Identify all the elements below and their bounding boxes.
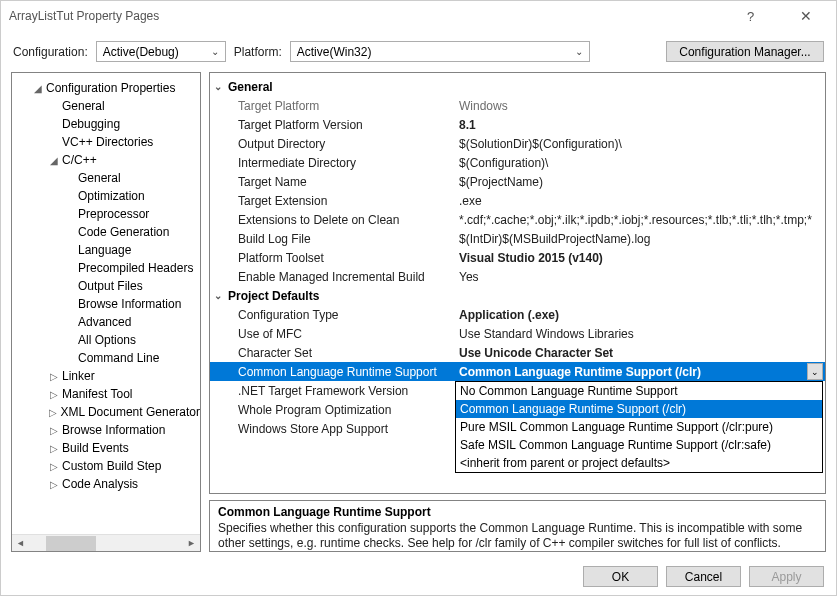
property-value[interactable]: Windows <box>455 99 825 113</box>
tree-item[interactable]: ▷Manifest Tool <box>12 385 200 403</box>
tree-item[interactable]: General <box>12 97 200 115</box>
property-value[interactable]: Yes <box>455 270 825 284</box>
tree-item-label: Browse Information <box>60 423 165 437</box>
scroll-left-icon[interactable]: ◄ <box>12 538 29 548</box>
tree-item-label: General <box>76 171 121 185</box>
scroll-thumb[interactable] <box>46 536 96 551</box>
tree-item[interactable]: Output Files <box>12 277 200 295</box>
tree-item[interactable]: Optimization <box>12 187 200 205</box>
collapse-icon[interactable]: ⌄ <box>214 290 228 301</box>
tree-item[interactable]: Code Generation <box>12 223 200 241</box>
tree-item[interactable]: All Options <box>12 331 200 349</box>
dropdown-button[interactable]: ⌄ <box>807 363 823 380</box>
tree-item[interactable]: Preprocessor <box>12 205 200 223</box>
property-row[interactable]: Target Platform Version8.1 <box>210 115 825 134</box>
property-name: Windows Store App Support <box>210 422 455 436</box>
property-value[interactable]: Application (.exe) <box>455 308 825 322</box>
property-value[interactable]: Common Language Runtime Support (/clr) <box>455 365 807 379</box>
titlebar: ArrayListTut Property Pages ? ✕ <box>1 1 836 31</box>
expand-icon[interactable]: ▷ <box>48 371 60 382</box>
property-row[interactable]: Common Language Runtime SupportCommon La… <box>210 362 825 381</box>
dropdown-option[interactable]: No Common Language Runtime Support <box>456 382 822 400</box>
property-value[interactable]: $(ProjectName) <box>455 175 825 189</box>
tree-item-label: Build Events <box>60 441 129 455</box>
tree-item[interactable]: ▷Build Events <box>12 439 200 457</box>
property-row[interactable]: Use of MFCUse Standard Windows Libraries <box>210 324 825 343</box>
collapse-icon[interactable]: ◢ <box>32 83 44 94</box>
property-row[interactable]: Platform ToolsetVisual Studio 2015 (v140… <box>210 248 825 267</box>
platform-combo[interactable]: Active(Win32) ⌄ <box>290 41 590 62</box>
apply-button[interactable]: Apply <box>749 566 824 587</box>
tree-item[interactable]: Advanced <box>12 313 200 331</box>
expand-icon[interactable]: ▷ <box>48 407 58 418</box>
property-value[interactable]: *.cdf;*.cache;*.obj;*.ilk;*.ipdb;*.iobj;… <box>455 213 825 227</box>
window-title: ArrayListTut Property Pages <box>9 9 728 23</box>
tree-item[interactable]: ◢Configuration Properties <box>12 79 200 97</box>
expand-icon[interactable]: ▷ <box>48 479 60 490</box>
tree-item[interactable]: Browse Information <box>12 295 200 313</box>
expand-icon[interactable]: ▷ <box>48 389 60 400</box>
ok-button[interactable]: OK <box>583 566 658 587</box>
tree-item[interactable]: Debugging <box>12 115 200 133</box>
chevron-down-icon: ⌄ <box>211 46 219 57</box>
expand-icon[interactable]: ▷ <box>48 425 60 436</box>
dropdown-option[interactable]: <inherit from parent or project defaults… <box>456 454 822 472</box>
tree-item[interactable]: ▷Linker <box>12 367 200 385</box>
dropdown-option[interactable]: Safe MSIL Common Language Runtime Suppor… <box>456 436 822 454</box>
tree-item[interactable]: ▷Custom Build Step <box>12 457 200 475</box>
dropdown-option[interactable]: Common Language Runtime Support (/clr) <box>456 400 822 418</box>
configuration-manager-button[interactable]: Configuration Manager... <box>666 41 824 62</box>
tree-item-label: General <box>60 99 105 113</box>
property-value[interactable]: 8.1 <box>455 118 825 132</box>
tree-item[interactable]: Language <box>12 241 200 259</box>
property-value[interactable]: Use Standard Windows Libraries <box>455 327 825 341</box>
property-row[interactable]: Intermediate Directory$(Configuration)\ <box>210 153 825 172</box>
collapse-icon[interactable]: ⌄ <box>214 81 228 92</box>
configuration-value: Active(Debug) <box>103 45 179 59</box>
property-value[interactable]: Visual Studio 2015 (v140) <box>455 251 825 265</box>
expand-icon[interactable]: ▷ <box>48 443 60 454</box>
close-button[interactable]: ✕ <box>783 2 828 30</box>
property-row[interactable]: Output Directory$(SolutionDir)$(Configur… <box>210 134 825 153</box>
property-row[interactable]: Extensions to Delete on Clean*.cdf;*.cac… <box>210 210 825 229</box>
tree-item[interactable]: ▷Code Analysis <box>12 475 200 493</box>
property-pages-window: ArrayListTut Property Pages ? ✕ Configur… <box>0 0 837 596</box>
category-header[interactable]: ⌄General <box>210 77 825 96</box>
tree-item[interactable]: Precompiled Headers <box>12 259 200 277</box>
cancel-button[interactable]: Cancel <box>666 566 741 587</box>
property-value[interactable]: $(IntDir)$(MSBuildProjectName).log <box>455 232 825 246</box>
configuration-combo[interactable]: Active(Debug) ⌄ <box>96 41 226 62</box>
property-row[interactable]: Character SetUse Unicode Character Set <box>210 343 825 362</box>
property-value[interactable]: .exe <box>455 194 825 208</box>
property-value[interactable]: $(SolutionDir)$(Configuration)\ <box>455 137 825 151</box>
configuration-label: Configuration: <box>13 45 88 59</box>
tree-item[interactable]: VC++ Directories <box>12 133 200 151</box>
tree-item[interactable]: General <box>12 169 200 187</box>
category-header[interactable]: ⌄Project Defaults <box>210 286 825 305</box>
collapse-icon[interactable]: ◢ <box>48 155 60 166</box>
clr-dropdown[interactable]: No Common Language Runtime SupportCommon… <box>455 381 823 473</box>
property-row[interactable]: Enable Managed Incremental BuildYes <box>210 267 825 286</box>
tree-item[interactable]: ◢C/C++ <box>12 151 200 169</box>
dropdown-option[interactable]: Pure MSIL Common Language Runtime Suppor… <box>456 418 822 436</box>
tree-item[interactable]: Command Line <box>12 349 200 367</box>
property-value[interactable]: Use Unicode Character Set <box>455 346 825 360</box>
description-text: Specifies whether this configuration sup… <box>218 521 817 551</box>
property-row[interactable]: Build Log File$(IntDir)$(MSBuildProjectN… <box>210 229 825 248</box>
scroll-right-icon[interactable]: ► <box>183 538 200 548</box>
property-row[interactable]: Configuration TypeApplication (.exe) <box>210 305 825 324</box>
property-row[interactable]: Target Name$(ProjectName) <box>210 172 825 191</box>
nav-tree[interactable]: ◢Configuration PropertiesGeneralDebuggin… <box>11 72 201 552</box>
help-button[interactable]: ? <box>728 2 773 30</box>
tree-item[interactable]: ▷XML Document Generator <box>12 403 200 421</box>
tree-item-label: Linker <box>60 369 95 383</box>
property-value[interactable]: $(Configuration)\ <box>455 156 825 170</box>
tree-item-label: Custom Build Step <box>60 459 161 473</box>
property-row[interactable]: Target PlatformWindows <box>210 96 825 115</box>
tree-hscrollbar[interactable]: ◄ ► <box>12 534 200 551</box>
property-row[interactable]: Target Extension.exe <box>210 191 825 210</box>
tree-item[interactable]: ▷Browse Information <box>12 421 200 439</box>
category-label: Project Defaults <box>228 289 319 303</box>
description-title: Common Language Runtime Support <box>218 505 817 519</box>
expand-icon[interactable]: ▷ <box>48 461 60 472</box>
